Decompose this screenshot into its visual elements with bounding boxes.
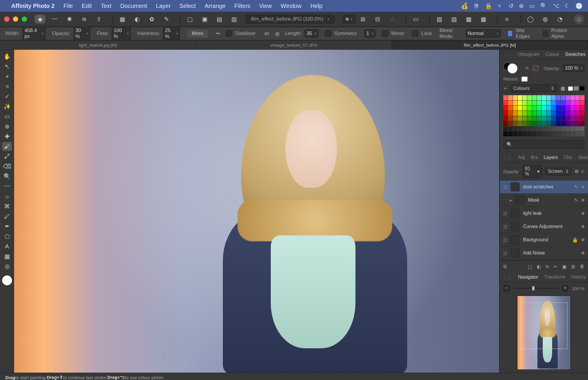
insert-3-icon[interactable]: ◔ (554, 15, 565, 24)
layer-add-icon[interactable]: ⊞ (571, 264, 575, 269)
swatch-cell[interactable] (566, 106, 570, 111)
swatch-cell[interactable] (527, 101, 532, 106)
swatch-cell[interactable] (561, 111, 565, 116)
tool-move[interactable]: ↖ (2, 62, 12, 71)
rope-mode-icon[interactable]: ഗ (263, 29, 270, 38)
account-avatar-icon[interactable]: ☺ (574, 14, 584, 24)
swatch-cell[interactable] (508, 131, 512, 136)
tab-transform[interactable]: Transform (544, 274, 565, 280)
swatch-cell[interactable] (547, 106, 551, 111)
spotlight-icon[interactable]: 🔍 (540, 2, 547, 9)
swatch-cell[interactable] (508, 106, 512, 111)
lock-icon[interactable]: 🔒 (485, 2, 492, 9)
swatch-cell[interactable] (575, 121, 579, 126)
menu-layer[interactable]: Layer (156, 3, 171, 9)
tab-adj[interactable]: Adj (518, 155, 525, 160)
swatch-cell[interactable] (547, 126, 551, 131)
swatch-cell[interactable] (547, 111, 551, 116)
app-menu[interactable]: Affinity Photo 2 (11, 3, 55, 9)
swatch-cell[interactable] (513, 131, 517, 136)
swatch-cell[interactable] (527, 95, 532, 100)
preview-icon[interactable]: ▭ (410, 15, 421, 24)
tool-eraser[interactable]: ⌫ (2, 162, 12, 171)
tab-layers[interactable]: Layers (544, 155, 558, 160)
layer-visibility-icon[interactable]: ⊡ (503, 184, 507, 190)
layer-fx-link-icon[interactable]: ⎌ (582, 169, 584, 174)
swatch-cell[interactable] (532, 121, 537, 126)
menu-text[interactable]: Text (101, 3, 111, 9)
swatch-cell[interactable] (566, 101, 570, 106)
swatch-cell[interactable] (580, 116, 584, 121)
swatch-cell[interactable] (503, 101, 508, 106)
tool-shape[interactable]: ⬠ (2, 232, 12, 241)
swatch-cell[interactable] (537, 95, 541, 100)
swatch-cell[interactable] (556, 95, 560, 100)
swatch-cell[interactable] (551, 111, 556, 116)
layer-enabled-dot[interactable] (582, 238, 584, 241)
align-icon[interactable]: ≡ (502, 15, 512, 24)
swatch-cell[interactable] (570, 116, 575, 121)
snap-red-icon[interactable]: ⊟ (372, 15, 383, 24)
doc-tab-0[interactable]: light_leak04.jpg [M] (0, 41, 196, 49)
tool-grid[interactable]: ▦ (2, 252, 12, 261)
tab-brs[interactable]: Brs (531, 155, 538, 160)
layer-fx-icon[interactable]: fx (546, 264, 549, 269)
swatch-cell[interactable] (580, 131, 584, 136)
menu-filters[interactable]: Filters (234, 3, 250, 9)
swatch-cell[interactable] (547, 95, 551, 100)
tool-clone[interactable]: ⌘ (2, 202, 12, 211)
layer-blend-select[interactable]: Screen⇳ (545, 168, 572, 175)
tool-flood-select[interactable]: ✨ (2, 102, 12, 111)
swatch-cell[interactable] (542, 106, 546, 111)
selection-new-icon[interactable]: ▢ (185, 15, 195, 24)
grabber-icon[interactable]: ⋮⋮ (503, 52, 512, 57)
swatch-cell[interactable] (556, 111, 560, 116)
swatch-cell[interactable] (537, 131, 541, 136)
symmetry-count[interactable]: 1▾ (364, 29, 375, 38)
swatch-cell[interactable] (551, 126, 556, 131)
tab-navigator[interactable]: Navigator (518, 274, 538, 280)
layer-enabled-dot[interactable] (582, 225, 584, 228)
swatch-cell[interactable] (566, 111, 570, 116)
zoom-out-button[interactable]: − (503, 285, 510, 292)
swatch-cell[interactable] (518, 106, 522, 111)
selection-add-icon[interactable]: ▣ (199, 15, 210, 24)
palette-link-icon[interactable]: ⚭ (503, 86, 507, 91)
snap-icon[interactable]: ⊞ (358, 15, 368, 24)
swatch-cell[interactable] (527, 106, 532, 111)
mirror-checkbox[interactable] (382, 30, 388, 37)
zoom-in-button[interactable]: + (562, 285, 568, 292)
swatch-cell[interactable] (522, 126, 527, 131)
swatch-cell[interactable] (575, 126, 579, 131)
layer-mask-icon[interactable]: ▢ (528, 264, 532, 269)
menu-file[interactable]: File (64, 3, 73, 9)
layer-enabled-dot[interactable] (582, 199, 584, 202)
persona-tone-icon[interactable]: ≋ (79, 15, 89, 24)
swatch-cell[interactable] (532, 106, 537, 111)
tool-smudge[interactable]: 〰 (2, 182, 12, 191)
swatch-cell[interactable] (532, 116, 537, 121)
lock-checkbox[interactable] (412, 30, 418, 37)
tab-history[interactable]: History (571, 274, 586, 280)
persona-export-icon[interactable]: ⇪ (93, 15, 104, 24)
swatch-cell[interactable] (556, 121, 560, 126)
layer-row[interactable]: ⊡light leak (500, 207, 588, 220)
tool-healing[interactable]: ⊕ (2, 122, 12, 131)
swatch-cell[interactable] (508, 126, 512, 131)
swatch-cell[interactable] (551, 116, 556, 121)
swatch-cell[interactable] (556, 101, 560, 106)
swatch-cell[interactable] (518, 101, 522, 106)
menu-view[interactable]: View (259, 3, 272, 9)
insert-1-icon[interactable]: ◯ (525, 15, 536, 24)
swatch-cell[interactable] (570, 131, 575, 136)
persona-develop-icon[interactable]: ✺ (64, 15, 75, 24)
layer-row[interactable]: ⊡Curves Adjustment (500, 220, 588, 233)
zoom-slider[interactable] (513, 288, 558, 289)
swatch-cell[interactable] (518, 126, 522, 131)
tool-brush-selection[interactable]: ✓ (2, 92, 12, 101)
swatch-cell[interactable] (556, 126, 560, 131)
layer-visibility-icon[interactable]: ▸ (510, 197, 512, 203)
swatch-cell[interactable] (547, 116, 551, 121)
protectalpha-checkbox[interactable] (543, 30, 548, 37)
swatch-cell[interactable] (527, 126, 532, 131)
